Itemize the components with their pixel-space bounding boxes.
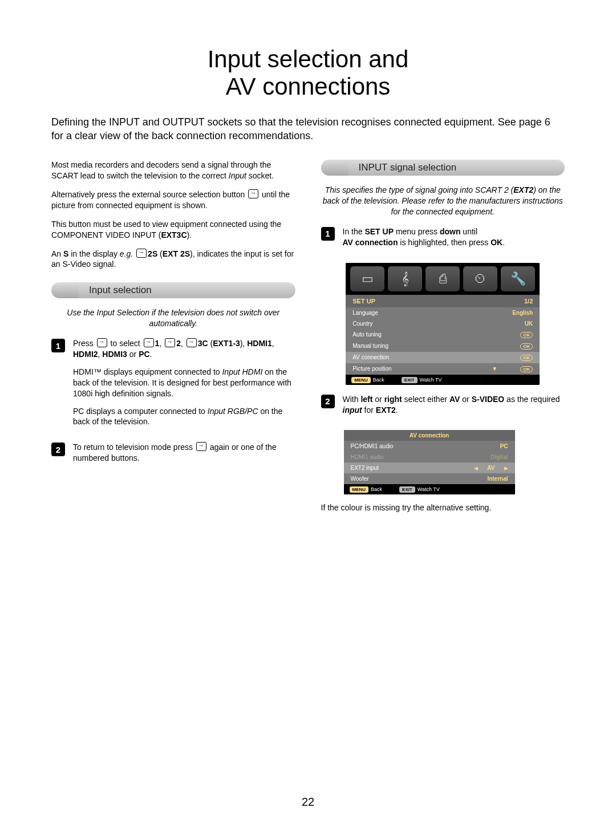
menu-row: PC/HDMI1 audioPC [344, 441, 515, 452]
menu-row: EXT2 input◀AV▶ [344, 462, 515, 473]
menu-row-value: AV [487, 465, 495, 471]
section-bar-icon [321, 160, 348, 176]
menu-row: WooferInternal [344, 473, 515, 484]
section-label: Input selection [79, 282, 295, 298]
closing-note: If the colour is missing try the alterna… [321, 502, 565, 513]
menu-row-value: English [512, 310, 533, 316]
step-1: 1 Press to select 1, 2, 3C (EXT1-3), HDM… [51, 338, 295, 434]
menu-watch-label: Watch TV [420, 377, 442, 383]
chevron-right-icon: ▶ [504, 465, 508, 471]
input-source-icon [97, 338, 107, 347]
menu-pill: MENU [350, 486, 369, 493]
menu-row-label: PC/HDMI1 audio [351, 443, 394, 449]
ok-badge: OK [520, 343, 533, 350]
section-intro-right: This specifies the type of signal going … [321, 185, 565, 217]
page-title: Input selection and AV connections [51, 46, 565, 101]
menu2-title: AV connection [344, 430, 515, 441]
title-line2: AV connections [226, 73, 391, 100]
menu2-watch-label: Watch TV [418, 486, 440, 492]
page: Input selection and AV connections Defin… [0, 0, 616, 840]
step1-p1: Press to select 1, 2, 3C (EXT1-3), HDMI1… [73, 338, 295, 360]
menu-row: HDMI1 audioDigital [344, 452, 515, 462]
sound-icon: 𝄞 [388, 266, 422, 291]
timer-icon: ⏲ [463, 266, 497, 291]
chevron-left-icon: ◀ [474, 465, 478, 471]
input-source-icon [196, 442, 206, 451]
menu-row-label: Country [352, 320, 372, 327]
menu-row: Auto tuningOK [346, 329, 540, 340]
menu-row-label: EXT2 input [351, 465, 379, 471]
exit-pill: EXIT [399, 486, 415, 493]
step2-p1: To return to television mode press again… [73, 442, 295, 464]
left-column: Most media recorders and decoders send a… [51, 160, 295, 521]
menu-row-label: Language [352, 310, 378, 316]
para-svideo: An S in the display e.g. 2S (EXT 2S), in… [51, 249, 295, 270]
r-step-1: 1 In the SET UP menu press down until AV… [321, 226, 565, 255]
menu-row: CountryUK [346, 318, 540, 329]
menu-row-value: Internal [487, 476, 508, 482]
menu-row: Picture position▼OK [346, 363, 540, 375]
r-step-2: 2 With left or right select either AV or… [321, 394, 565, 423]
feature-icon: ⎙ [425, 266, 460, 291]
menu-row-value: PC [500, 443, 508, 449]
menu-title: SET UP [352, 298, 375, 305]
para-scart: Most media recorders and decoders send a… [51, 160, 295, 181]
ok-badge: OK [520, 366, 533, 372]
section-input-selection: Input selection [51, 282, 295, 298]
input-source-icon [248, 189, 258, 198]
page-number: 22 [0, 796, 616, 809]
step-number-icon: 2 [51, 443, 65, 456]
menu-title-row: SET UP 1/2 [346, 295, 540, 307]
menu-row-label: Woofer [351, 476, 369, 482]
input-source-icon [144, 338, 154, 347]
menu-footer: MENUBack EXITWatch TV [346, 375, 540, 385]
r-step1-text: In the SET UP menu press down until AV c… [343, 226, 565, 248]
picture-icon: ▭ [350, 266, 384, 291]
step1-p3: PC displays a computer connected to Inpu… [73, 406, 295, 428]
menu2-footer: MENUBack EXITWatch TV [344, 484, 515, 494]
para-alt-press: Alternatively press the external source … [51, 189, 295, 211]
section-input-signal: INPUT signal selection [321, 160, 565, 176]
right-column: INPUT signal selection This specifies th… [321, 160, 565, 521]
menu-row: LanguageEnglish [346, 307, 540, 318]
menu-row: AV connectionOK [346, 352, 540, 363]
menu-row-label: HDMI1 audio [351, 454, 384, 460]
setup-icon: 🔧 [501, 266, 535, 291]
chevron-down-icon: ▼ [492, 366, 497, 372]
av-connection-menu-screenshot: AV connection PC/HDMI1 audioPCHDMI1 audi… [344, 430, 515, 494]
menu-row-value: Digital [491, 454, 508, 460]
title-line1: Input selection and [208, 46, 409, 72]
page-intro: Defining the INPUT and OUTPUT sockets so… [51, 115, 565, 143]
section-bar-icon [51, 282, 79, 298]
input-source-icon [187, 338, 197, 347]
step1-p2: HDMI™ displays equipment connected to In… [73, 367, 295, 399]
menu-row-label: AV connection [352, 354, 389, 360]
menu-page: 1/2 [524, 298, 533, 305]
menu-row-value: UK [525, 320, 533, 327]
input-source-icon [136, 249, 147, 258]
section-label: INPUT signal selection [348, 160, 565, 176]
menu-row-label: Picture position [352, 366, 391, 372]
r-step2-text: With left or right select either AV or S… [343, 394, 565, 416]
menu-pill: MENU [351, 377, 371, 383]
input-source-icon [165, 338, 175, 347]
menu-row: Manual tuningOK [346, 340, 540, 352]
ok-badge: OK [520, 355, 533, 361]
step-number-icon: 2 [321, 395, 335, 408]
menu-icon-row: ▭ 𝄞 ⎙ ⏲ 🔧 [346, 263, 540, 295]
exit-pill: EXIT [402, 377, 418, 383]
step-number-icon: 1 [321, 227, 335, 241]
menu-back-label: Back [373, 377, 384, 383]
step-2: 2 To return to television mode press aga… [51, 442, 295, 470]
step-number-icon: 1 [51, 339, 65, 352]
setup-menu-screenshot: ▭ 𝄞 ⎙ ⏲ 🔧 SET UP 1/2 LanguageEnglishCoun… [346, 263, 540, 385]
menu-row-label: Manual tuning [352, 343, 388, 349]
menu-row-label: Auto tuning [352, 331, 382, 338]
ok-badge: OK [520, 332, 533, 338]
menu2-back-label: Back [371, 486, 382, 492]
para-component: This button must be used to view equipme… [51, 219, 295, 241]
section-intro: Use the Input Selection if the televisio… [51, 307, 295, 329]
